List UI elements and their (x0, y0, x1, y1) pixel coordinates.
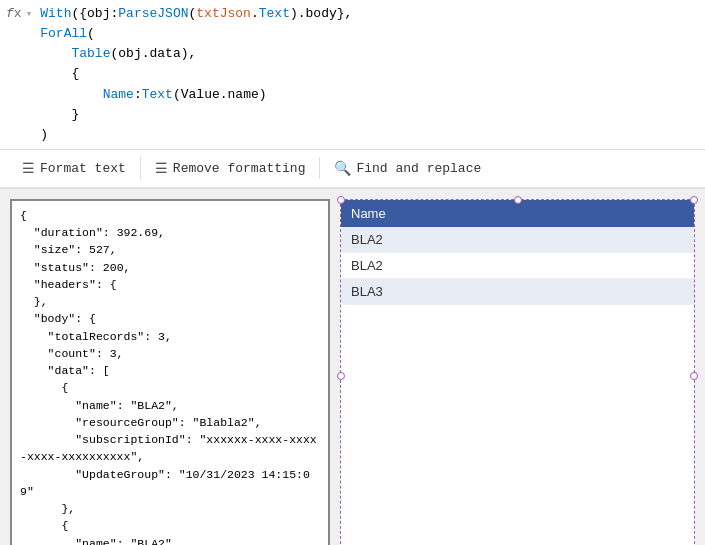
handle-top-center[interactable] (514, 196, 522, 204)
cell-name-2: BLA2 (341, 252, 694, 278)
main-content: { "duration": 392.69, "size": 527, "stat… (0, 189, 705, 545)
remove-formatting-label: Remove formatting (173, 161, 306, 176)
formula-bar: fx ▾ With({obj:ParseJSON(txtJson.Text).b… (0, 0, 705, 150)
find-replace-button[interactable]: 🔍 Find and replace (322, 156, 493, 181)
toolbar-divider-2 (319, 157, 320, 179)
search-icon: 🔍 (334, 160, 351, 177)
data-table: Name BLA2 BLA2 BLA3 (341, 200, 694, 305)
table-panel: Name BLA2 BLA2 BLA3 (340, 199, 695, 545)
handle-middle-left[interactable] (337, 372, 345, 380)
toolbar-divider-1 (140, 157, 141, 179)
column-header-name: Name (341, 200, 694, 227)
handle-top-right[interactable] (690, 196, 698, 204)
formula-code[interactable]: With({obj:ParseJSON(txtJson.Text).body},… (40, 4, 699, 145)
find-replace-label: Find and replace (356, 161, 481, 176)
cell-name-1: BLA2 (341, 227, 694, 253)
json-panel[interactable]: { "duration": 392.69, "size": 527, "stat… (10, 199, 330, 545)
toolbar: ☰ Format text ☰ Remove formatting 🔍 Find… (0, 150, 705, 189)
remove-formatting-icon: ☰ (155, 160, 168, 177)
fx-label: fx ▾ (6, 4, 40, 21)
handle-top-left[interactable] (337, 196, 345, 204)
table-row: BLA2 (341, 227, 694, 253)
remove-formatting-button[interactable]: ☰ Remove formatting (143, 156, 318, 181)
table-row: BLA2 (341, 252, 694, 278)
format-text-button[interactable]: ☰ Format text (10, 156, 138, 181)
format-text-label: Format text (40, 161, 126, 176)
cell-name-3: BLA3 (341, 278, 694, 304)
handle-middle-right[interactable] (690, 372, 698, 380)
format-text-icon: ☰ (22, 160, 35, 177)
table-row: BLA3 (341, 278, 694, 304)
json-content: { "duration": 392.69, "size": 527, "stat… (20, 207, 320, 545)
chevron-down-icon: ▾ (26, 7, 33, 20)
